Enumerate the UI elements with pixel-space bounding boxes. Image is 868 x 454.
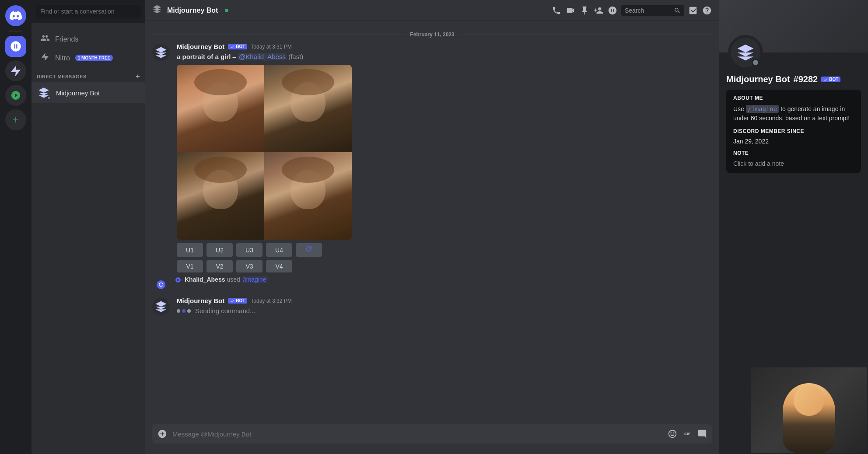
server-separator — [9, 31, 23, 31]
variation-buttons: V1 V2 V3 V4 — [177, 260, 712, 272]
message-1-content: Midjourney Bot BOT Today at 3:31 PM a po… — [177, 43, 712, 272]
about-me-title: ABOUT ME — [733, 95, 854, 101]
add-server-button[interactable]: + — [5, 109, 26, 130]
message-1: Midjourney Bot BOT Today at 3:31 PM a po… — [145, 41, 719, 274]
dm-user-name: Midjourney Bot — [56, 89, 100, 97]
webcam-person — [783, 383, 835, 453]
image-cell-4[interactable] — [264, 152, 352, 240]
gif-button[interactable] — [682, 429, 692, 439]
friends-icon — [40, 33, 50, 45]
nitro-nav-item[interactable]: Nitro 1 MONTH FREE — [35, 49, 142, 67]
dm-user-midjourney[interactable]: Midjourney Bot — [32, 82, 145, 103]
server-icon-explore[interactable] — [5, 85, 26, 106]
u2-button[interactable]: U2 — [206, 243, 233, 257]
profile-button[interactable] — [607, 5, 618, 16]
message-2-bot-badge: BOT — [228, 298, 247, 304]
date-divider: February 11, 2023 — [145, 28, 719, 41]
chat-header-name: Midjourney Bot — [167, 7, 218, 14]
message-1-header: Midjourney Bot BOT Today at 3:31 PM — [177, 43, 712, 50]
note-title: NOTE — [733, 150, 854, 156]
add-attachment-button[interactable] — [158, 429, 167, 439]
message-2-username: Midjourney Bot — [177, 297, 224, 304]
inbox-button[interactable] — [688, 5, 698, 16]
message-2-text: Sending command... — [177, 306, 712, 315]
server-sidebar: + — [0, 0, 32, 454]
message-1-timestamp: Today at 3:31 PM — [251, 44, 291, 50]
direct-messages-label: DIRECT MESSAGES — [37, 74, 87, 79]
message-input[interactable] — [172, 425, 662, 443]
profile-name-row: Midjourney Bot #9282 BOT — [726, 74, 861, 84]
upscale-buttons: U1 U2 U3 U4 — [177, 243, 712, 257]
friends-nav-item[interactable]: Friends — [35, 30, 142, 49]
emoji-button[interactable] — [668, 429, 677, 439]
profile-avatar — [728, 35, 763, 70]
u3-button[interactable]: U3 — [236, 243, 262, 257]
profile-username: Midjourney Bot — [726, 74, 790, 84]
sending-dots: Sending command... — [177, 306, 712, 315]
midjourney-avatar — [37, 86, 51, 100]
nitro-label: Nitro — [55, 54, 70, 62]
help-button[interactable] — [702, 5, 712, 16]
profile-bot-badge: BOT — [821, 77, 840, 82]
about-me-cmd: /imagine — [746, 105, 779, 113]
dm-search-bar[interactable] — [32, 0, 145, 23]
system-msg-icon — [152, 276, 170, 293]
add-dm-button[interactable]: + — [136, 73, 140, 80]
message-2: Midjourney Bot BOT Today at 3:32 PM Send… — [145, 295, 719, 317]
dm-nav-section: Friends Nitro 1 MONTH FREE — [32, 23, 145, 69]
system-icon — [157, 280, 165, 289]
about-me-text: Use /imagine to generate an image in und… — [733, 105, 854, 123]
v4-button[interactable]: V4 — [266, 260, 292, 272]
server-icon-nitro[interactable] — [5, 60, 26, 81]
bot-avatar-2 — [152, 298, 170, 315]
direct-messages-header: DIRECT MESSAGES + — [32, 69, 145, 82]
note-input[interactable] — [733, 160, 854, 167]
dot-2 — [182, 309, 186, 313]
u4-button[interactable]: U4 — [266, 243, 292, 257]
search-placeholder: Search — [625, 7, 670, 14]
portrait-3 — [177, 152, 264, 240]
refresh-button[interactable] — [296, 243, 322, 257]
profile-discriminator: #9282 — [794, 74, 818, 84]
search-icon — [674, 7, 681, 14]
friends-label: Friends — [55, 35, 78, 43]
message-input-box — [152, 424, 712, 444]
sticker-button[interactable] — [697, 429, 707, 439]
main-chat-area: Midjourney Bot — [145, 0, 719, 454]
server-icon-main[interactable] — [5, 36, 26, 57]
profile-info-box: ABOUT ME Use /imagine to generate an ima… — [726, 90, 861, 173]
pin-button[interactable] — [579, 5, 590, 16]
header-bot-icon — [152, 4, 162, 16]
portrait-4 — [264, 152, 352, 240]
nitro-icon — [40, 52, 50, 64]
video-button[interactable] — [565, 5, 576, 16]
portrait-2 — [264, 65, 352, 152]
image-cell-2[interactable] — [264, 65, 352, 152]
u1-button[interactable]: U1 — [177, 243, 203, 257]
generated-image-grid[interactable] — [177, 65, 352, 240]
message-2-timestamp: Today at 3:32 PM — [251, 298, 291, 304]
member-since-date: Jan 29, 2022 — [733, 138, 854, 145]
find-conversation-input[interactable] — [36, 5, 141, 17]
system-message: Khalid_Abess used /imagine — [145, 274, 719, 295]
profile-banner — [719, 0, 868, 52]
v2-button[interactable]: V2 — [206, 260, 233, 272]
v1-button[interactable]: V1 — [177, 260, 203, 272]
dm-sidebar: Friends Nitro 1 MONTH FREE DIRECT MESSAG… — [32, 0, 145, 454]
profile-status-ring — [752, 59, 760, 66]
system-msg-command: /imagine — [242, 276, 268, 283]
message-1-username: Midjourney Bot — [177, 43, 224, 50]
status-dot — [47, 96, 51, 100]
system-msg-action: used — [227, 276, 240, 283]
search-box[interactable]: Search — [621, 5, 684, 16]
member-since-title: DISCORD MEMBER SINCE — [733, 128, 854, 134]
message-input-area — [145, 424, 719, 454]
add-friend-button[interactable] — [593, 5, 604, 16]
image-cell-1[interactable] — [177, 65, 264, 152]
image-cell-3[interactable] — [177, 152, 264, 240]
system-msg-user: Khalid_Abess — [175, 276, 227, 283]
nitro-free-badge: 1 MONTH FREE — [75, 55, 113, 61]
discord-home-button[interactable] — [5, 5, 26, 26]
call-button[interactable] — [551, 5, 562, 16]
v3-button[interactable]: V3 — [236, 260, 262, 272]
